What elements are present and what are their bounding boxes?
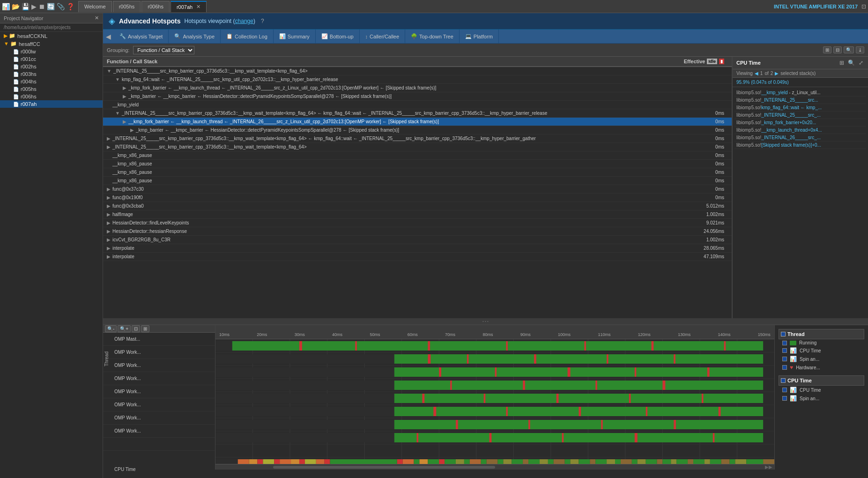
table-row[interactable]: ▼ _INTERNAL_25_____src_kmp_barrier_cpp_3… [103,109,732,118]
table-row[interactable]: ▶__kmp_x86_pause 0ms [103,177,732,185]
table-row[interactable]: ▶func@0x190f0 0ms [103,194,732,202]
expand-icon[interactable]: ▼ [115,77,120,82]
running-checkbox[interactable] [782,341,787,345]
cpu-section-checkbox[interactable] [781,378,786,383]
table-row[interactable]: ▼ kmp_flag_64::wait ← _INTERNAL_25_____s… [103,75,732,84]
table-row[interactable]: ▶HessianDetector::findLevelKeypoints 9.0… [103,219,732,227]
tab-r005hs[interactable]: r005hs [113,1,141,12]
table-row[interactable]: ▶interpolate 28.065ms [103,244,732,253]
zoom-out-btn[interactable]: 🔍- [105,325,117,332]
zoom-in-btn[interactable]: 🔍+ [118,325,131,332]
tab-caller-callee[interactable]: ↕ Caller/Callee [360,30,405,44]
table-row[interactable]: ▶HessianDetector::hessianResponse 24.056… [103,227,732,236]
scrollbar-thumb[interactable] [273,466,495,469]
sidebar-item-r000lw[interactable]: 📄 r000lw [0,48,103,55]
tab-r007ah[interactable]: r007ah ✕ [171,1,207,12]
tab-bottom-up[interactable]: 📈 Bottom-up [316,30,360,44]
table-row[interactable]: ▶halfImage 1.002ms [103,210,732,219]
hw-checkbox[interactable] [782,365,787,370]
sidebar-item-r006hs[interactable]: 📄 r006hs [0,93,103,100]
zoom-select-btn[interactable]: ⊞ [141,325,149,332]
zoom-fit-btn[interactable]: ⊡ [132,325,140,332]
sidebar-item-r002hs[interactable]: 📄 r002hs [0,63,103,70]
table-row[interactable]: ▶ _INTERNAL_25_____src_kmp_barrier_cpp_3… [103,143,732,151]
divider-handle[interactable]: • • • [103,318,868,324]
sidebar-item-r001cc[interactable]: 📄 r001cc [0,55,103,63]
tab-platform[interactable]: 💻 Platform [460,30,499,44]
expand-icon[interactable]: ▶ [107,220,111,225]
expand-icon[interactable]: ▶ [107,229,111,234]
right-expand-btn[interactable]: ⊞ [838,59,845,67]
open-icon[interactable]: 📂 [12,3,20,10]
tab-collection-log[interactable]: 📋 Collection Log [221,30,274,44]
timeline-scrollbar[interactable]: ▶▶ [215,464,774,470]
sidebar-item-r003hs[interactable]: 📄 r003hs [0,70,103,78]
sidebar-item-hesaffCC[interactable]: ▼ 📁 hesaffCC [0,40,103,48]
sidebar-item-hesafCCKNL[interactable]: ▶ 📁 hesafCCKNL [0,32,103,40]
table-row[interactable]: ▶icvCvt_BGR2RGB_8u_C3R 1.002ms [103,236,732,244]
expand-icon[interactable]: ▶ [107,187,111,192]
legend-cpu-title[interactable]: CPU Time [779,375,864,386]
table-row[interactable]: ▶ __kmp_yield [103,101,732,109]
table-row[interactable]: ▶ _kmp_fork_barrier ← __kmp_launch_threa… [103,84,732,92]
expand-icon[interactable]: ▼ [107,68,111,74]
table-row[interactable]: ▶__kmp_x86_pause 0ms [103,151,732,160]
next-stack-btn[interactable]: ▶ [775,71,779,76]
expand-icon[interactable]: ▶ [130,127,134,133]
prev-stack-btn[interactable]: ◀ [755,71,758,76]
table-row[interactable]: ▶interpolate 47.109ms [103,253,732,261]
table-row[interactable]: ▶func@0x3cba0 5.012ms [103,202,732,210]
export-btn[interactable]: ⤓ [856,46,864,53]
timeline-tracks[interactable] [215,339,774,464]
refresh-icon[interactable]: 🔄 [47,3,55,10]
stop-icon[interactable]: ⏹ [38,3,45,10]
expand-icon[interactable]: ▶ [107,254,111,259]
table-row[interactable]: ▼ _INTERNAL_25_____src_kmp_barrier_cpp_3… [103,67,732,75]
sidebar-item-r007ah[interactable]: 📄 r007ah [0,100,103,108]
sidebar-close-icon[interactable]: ✕ [95,15,99,21]
attach-icon[interactable]: 📎 [57,3,65,10]
table-row-selected[interactable]: ▶ __kmp_fork_barrier ← __kmp_launch_thre… [103,118,732,126]
change-link[interactable]: change [235,18,253,24]
cpu-time2-checkbox[interactable] [782,388,787,392]
tab-r006hs[interactable]: r006hs [141,1,170,12]
expand-icon[interactable]: ▶ [123,119,126,124]
collapse-all-btn[interactable]: ⊟ [833,46,842,53]
tab-analysis-target[interactable]: 🔧 Analysis Target [114,30,169,44]
close-tab-icon[interactable]: ✕ [196,4,200,10]
tab-summary[interactable]: 📊 Summary [274,30,316,44]
tab-top-down-tree[interactable]: 🌳 Top-down Tree [405,30,460,44]
expand-icon[interactable]: ▶ [107,144,111,149]
expand-icon[interactable]: ▶ [107,237,111,242]
search-btn[interactable]: 🔍 [844,46,854,53]
tab-analysis-type[interactable]: 🔍 Analysis Type [169,30,221,44]
table-row[interactable]: ▶__kmp_x86_pause 0ms [103,160,732,168]
table-row[interactable]: ▶ _kmp_barrier ← __kmpc_barrier ← Hessia… [103,92,732,101]
expand-icon[interactable]: ▶ [107,195,111,200]
scroll-right-btn[interactable]: ▶▶ [765,464,772,470]
table-row[interactable]: ▶__kmp_x86_pause 0ms [103,168,732,177]
table-row[interactable]: ▶ _kmp_barrier ← __kmpc_barrier ← Hessia… [103,126,732,134]
tabs-prev-btn[interactable]: ◀ [103,33,114,40]
expand-icon[interactable]: ▶ [107,212,111,217]
run-icon[interactable]: ▶ [31,3,37,10]
right-search-btn[interactable]: 🔍 [847,59,856,67]
expand-all-btn[interactable]: ⊞ [823,46,831,53]
cpu-time-checkbox[interactable] [782,348,787,353]
expand-icon[interactable]: ▶ [123,85,126,90]
table-row[interactable]: ▶func@0x37c30 0ms [103,185,732,194]
help-icon[interactable]: ❓ [67,3,74,10]
grouping-select[interactable]: Function / Call Stack [133,46,194,54]
right-expand-arrow[interactable]: ⤢ [858,59,864,67]
table-row[interactable]: ▶ _INTERNAL_25_____src_kmp_barrier_cpp_3… [103,134,732,143]
thread-checkbox[interactable] [781,332,786,336]
expand-icon[interactable]: ▶ [123,94,126,99]
maximize-icon[interactable]: ⊡ [861,3,866,10]
expand-icon[interactable]: ▶ [107,203,111,209]
save-icon[interactable]: 💾 [22,3,30,10]
expand-icon[interactable]: ▶ [107,136,111,141]
help-circle-icon[interactable]: ? [261,18,264,24]
expand-icon[interactable]: ▶ [107,102,111,107]
expand-icon[interactable]: ▼ [115,111,120,116]
expand-icon[interactable]: ▶ [107,246,111,251]
